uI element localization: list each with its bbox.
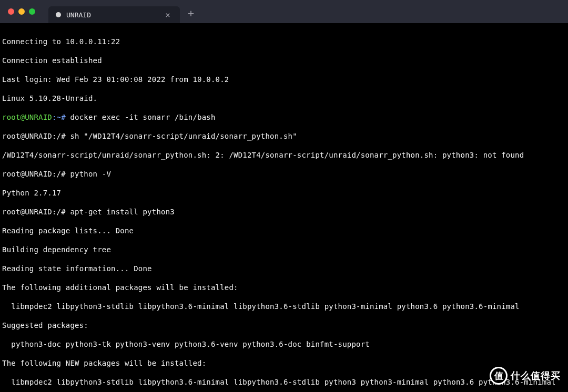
term-line: Connection established	[2, 56, 566, 65]
term-line: /WD12T4/sonarr-script/unraid/sonarr_pyth…	[2, 150, 566, 160]
term-line: The following NEW packages will be insta…	[2, 358, 566, 368]
watermark-text: 什么值得买	[511, 369, 561, 382]
term-line: Last login: Wed Feb 23 01:00:08 2022 fro…	[2, 75, 566, 84]
term-line: root@UNRAID:/# sh "/WD12T4/sonarr-script…	[2, 131, 566, 141]
terminal-tab[interactable]: UNRAID ×	[48, 6, 180, 23]
term-line: Python 2.7.17	[2, 188, 566, 198]
close-tab-icon[interactable]: ×	[163, 10, 173, 20]
term-line: Linux 5.10.28-Unraid.	[2, 94, 566, 103]
term-line: The following additional packages will b…	[2, 283, 566, 292]
term-line: python3-doc python3-tk python3-venv pyth…	[2, 339, 566, 349]
term-line: root@UNRAID:/# apt-get install python3	[2, 207, 566, 216]
window-controls	[8, 8, 35, 15]
term-prompt-line: root@UNRAID:~# docker exec -it sonarr /b…	[2, 112, 566, 122]
close-window-icon[interactable]	[8, 8, 14, 15]
new-tab-button[interactable]: +	[188, 7, 194, 19]
watermark: 值 什么值得买	[490, 367, 561, 385]
term-line: libmpdec2 libpython3-stdlib libpython3.6…	[2, 302, 566, 311]
prompt-cmd: docker exec -it sonarr /bin/bash	[66, 113, 216, 121]
prompt-path: :~#	[52, 113, 66, 121]
term-line: Suggested packages:	[2, 321, 566, 330]
term-line: Reading state information... Done	[2, 264, 566, 273]
prompt-user: root@UNRAID	[2, 113, 52, 121]
maximize-window-icon[interactable]	[29, 8, 35, 15]
tab-title: UNRAID	[66, 11, 158, 19]
tab-status-icon	[56, 12, 61, 17]
term-line: root@UNRAID:/# python -V	[2, 169, 566, 179]
watermark-icon: 值	[490, 367, 508, 385]
term-line: Building dependency tree	[2, 245, 566, 254]
terminal-viewport[interactable]: Connecting to 10.0.0.11:22 Connection es…	[0, 23, 568, 392]
term-line: Connecting to 10.0.0.11:22	[2, 37, 566, 46]
window-titlebar: UNRAID × +	[0, 0, 568, 23]
term-line: libmpdec2 libpython3-stdlib libpython3.6…	[2, 377, 566, 387]
minimize-window-icon[interactable]	[18, 8, 25, 15]
term-line: Reading package lists... Done	[2, 226, 566, 235]
